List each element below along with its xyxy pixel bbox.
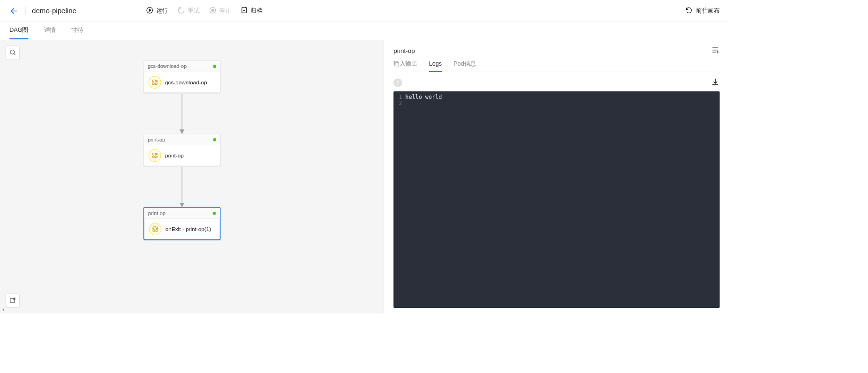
log-line: 1hello world	[393, 94, 720, 100]
side-tabs: 输入输出 Logs Pod信息	[393, 60, 720, 72]
dag-node-print-op[interactable]: print-op print-op	[143, 134, 221, 166]
chevron-left-icon	[1, 307, 7, 313]
status-dot-success-icon	[213, 65, 216, 68]
dag-node-print-op-exit[interactable]: print-op onExit - print-op(1)	[143, 207, 221, 240]
log-output[interactable]: 1hello world2	[393, 91, 720, 308]
archive-button[interactable]: 归档	[240, 6, 262, 15]
side-tab-pod[interactable]: Pod信息	[453, 60, 476, 72]
node-body-label: print-op	[165, 152, 184, 158]
stop-button: 停止	[209, 6, 231, 15]
side-title: print-op	[393, 47, 415, 54]
side-panel: print-op 输入输出 Logs Pod信息 ? 1hello world2	[384, 40, 729, 313]
node-body-label: gcs-download-op	[165, 79, 207, 85]
search-icon	[9, 49, 16, 57]
dag-node-gcs-download-op[interactable]: gcs-download-op gcs-download-op	[143, 60, 221, 93]
tab-dag[interactable]: DAG图	[9, 26, 28, 36]
log-line-number: 1	[393, 94, 405, 100]
puzzle-icon	[149, 149, 161, 162]
side-head: print-op	[393, 45, 720, 55]
svg-marker-2	[149, 9, 151, 12]
dag-canvas[interactable]: gcs-download-op gcs-download-op print-op…	[0, 40, 384, 313]
run-button[interactable]: 运行	[146, 6, 168, 15]
log-line-content	[405, 100, 719, 106]
node-head: print-op	[144, 134, 220, 145]
log-line-number: 2	[393, 100, 405, 106]
goto-canvas-button[interactable]: 前往画布	[685, 6, 720, 15]
download-logs-button[interactable]	[711, 77, 719, 87]
goto-canvas-label: 前往画布	[696, 7, 719, 15]
canvas-fullscreen-button[interactable]	[6, 294, 20, 308]
svg-point-7	[10, 50, 15, 54]
log-line-content: hello world	[405, 94, 719, 100]
retry-icon	[177, 6, 185, 15]
status-dot-success-icon	[213, 212, 216, 215]
svg-point-3	[178, 7, 184, 14]
pipeline-title: demo-pipeline	[32, 7, 76, 15]
stop-circle-icon	[209, 6, 217, 15]
node-body: onExit - print-op(1)	[144, 219, 219, 239]
undo-icon	[685, 6, 693, 15]
node-head-label: print-op	[148, 136, 165, 142]
download-icon	[711, 81, 719, 87]
run-label: 运行	[156, 7, 168, 15]
title-separator	[25, 7, 26, 15]
node-head-label: gcs-download-op	[148, 63, 187, 69]
archive-label: 归档	[250, 7, 262, 15]
play-circle-icon	[146, 6, 154, 15]
node-body: print-op	[144, 145, 220, 166]
log-toolbar: ?	[393, 77, 720, 87]
tab-gantt[interactable]: 甘特	[71, 26, 83, 36]
node-body: gcs-download-op	[144, 72, 220, 93]
header-left: demo-pipeline 运行 重试 停止 归档	[9, 6, 262, 15]
puzzle-icon	[149, 223, 162, 235]
svg-rect-5	[212, 9, 214, 11]
main: gcs-download-op gcs-download-op print-op…	[0, 40, 729, 313]
side-tab-io[interactable]: 输入输出	[393, 60, 417, 72]
wrap-icon	[711, 49, 719, 55]
retry-label: 重试	[188, 7, 199, 15]
side-tab-logs[interactable]: Logs	[429, 60, 442, 72]
log-line: 2	[393, 100, 720, 106]
svg-line-8	[14, 53, 15, 55]
tab-details[interactable]: 详情	[44, 26, 56, 36]
node-head: gcs-download-op	[144, 61, 220, 72]
archive-icon	[240, 6, 248, 15]
puzzle-icon	[149, 76, 161, 89]
canvas-search-button[interactable]	[6, 45, 20, 60]
status-dot-success-icon	[213, 138, 216, 141]
retry-button: 重试	[177, 6, 199, 15]
help-button[interactable]: ?	[393, 78, 402, 87]
main-tabs: DAG图 详情 甘特	[0, 22, 729, 40]
header-actions: 运行 重试 停止 归档	[146, 6, 263, 15]
wrap-toggle-button[interactable]	[711, 45, 719, 55]
node-body-label: onExit - print-op(1)	[166, 226, 211, 232]
stop-label: 停止	[219, 7, 231, 15]
question-icon: ?	[396, 79, 400, 85]
fullscreen-icon	[9, 297, 16, 305]
node-head-label: print-op	[148, 210, 166, 216]
back-button[interactable]	[9, 6, 19, 15]
collapse-handle[interactable]	[1, 307, 7, 313]
node-head: print-op	[144, 208, 219, 219]
header: demo-pipeline 运行 重试 停止 归档 前往画布	[0, 0, 729, 22]
